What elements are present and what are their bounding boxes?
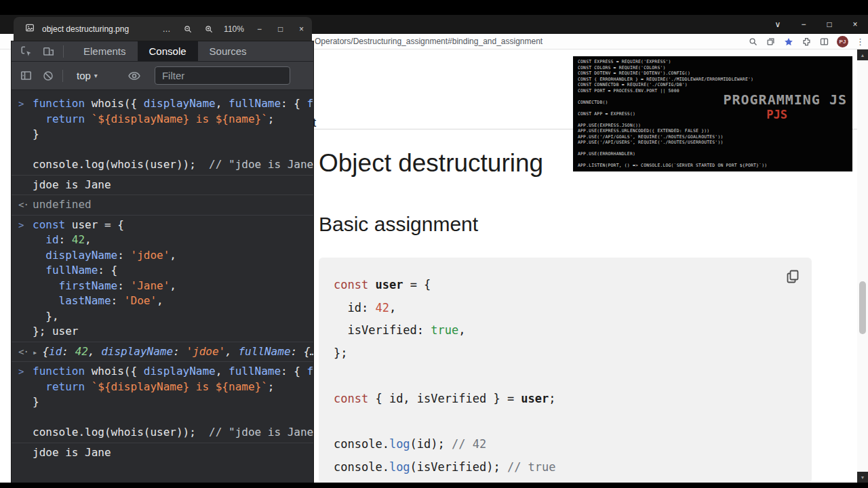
tab-elements[interactable]: Elements bbox=[72, 41, 138, 61]
favorite-star-icon[interactable] bbox=[783, 37, 794, 47]
token-fn: log bbox=[85, 426, 104, 439]
token-kw: const bbox=[33, 218, 65, 231]
thumbnail-code-line: app.use(errorHandler) bbox=[578, 151, 848, 157]
chevron-down-icon: ▾ bbox=[94, 72, 98, 79]
scrollbar-up-button[interactable]: ▲ bbox=[857, 49, 868, 60]
code-line bbox=[334, 411, 797, 434]
thumbnail-code-line: app.use('/api/goals', require('./routes/… bbox=[578, 134, 848, 140]
token-fn: log bbox=[389, 460, 410, 474]
console-line: id: 42, bbox=[33, 232, 313, 248]
token-var: fullName bbox=[238, 345, 290, 358]
console-line: console.log(whois(user)); // "jdoe is Ja… bbox=[33, 425, 313, 441]
extensions-icon[interactable] bbox=[802, 37, 812, 47]
thumbnail-code-line: const colors = require('colors') bbox=[578, 65, 848, 71]
scrollbar-track[interactable] bbox=[857, 49, 868, 483]
input-chevron-icon: > bbox=[12, 96, 33, 173]
token-var: lastName bbox=[59, 294, 111, 307]
token-d bbox=[33, 233, 45, 246]
token-d bbox=[33, 264, 45, 277]
zoom-in-icon[interactable] bbox=[198, 17, 219, 41]
profile-avatar[interactable]: PJ bbox=[837, 36, 848, 47]
token-var: id bbox=[49, 345, 62, 358]
token-d: }; user bbox=[33, 325, 78, 338]
console-message-lines: function whois({ displayName, fullName: … bbox=[33, 364, 313, 441]
split-screen-icon[interactable] bbox=[819, 37, 829, 47]
token-str: `${displayName} is ${name}` bbox=[92, 113, 268, 125]
minimize-button[interactable]: − bbox=[791, 15, 816, 34]
token-d: : { bbox=[281, 365, 307, 378]
token-d: { id, isVerified } = bbox=[368, 392, 521, 405]
tab-sources[interactable]: Sources bbox=[198, 41, 258, 61]
context-selector-dropdown[interactable]: top ▾ bbox=[77, 70, 98, 81]
maximize-button[interactable]: □ bbox=[816, 15, 842, 34]
copy-code-icon[interactable] bbox=[785, 268, 801, 285]
photos-window-titlebar[interactable]: object destructuring.png … 110% − □ × bbox=[14, 17, 312, 41]
collections-icon[interactable] bbox=[766, 37, 776, 47]
thumbnail-code-line: const connectDB = require('./config/db') bbox=[578, 82, 848, 88]
thumbnail-code-line: app.use(express.urlencoded({ extended: f… bbox=[578, 128, 848, 134]
token-d: , bbox=[225, 345, 238, 358]
token-d: ; bbox=[268, 113, 275, 125]
scrollbar-thumb[interactable] bbox=[859, 281, 866, 334]
console-line: lastName: 'Doe', bbox=[33, 293, 313, 309]
console-message-log: jdoe is Jane bbox=[12, 175, 313, 195]
console-message-lines: ▸ {id: 42, displayName: 'jdoe', fullName… bbox=[33, 344, 313, 360]
token-com: // "jdoe is Jane" bbox=[209, 426, 313, 439]
token-d: id: bbox=[334, 301, 375, 314]
code-line: console.log(isVerified); // true bbox=[334, 456, 797, 479]
tab-search-button[interactable]: ∨ bbox=[765, 15, 791, 34]
token-var: displayName bbox=[144, 365, 216, 378]
token-kw: const bbox=[334, 278, 368, 291]
code-line: const { id, isVerified } = user; bbox=[334, 388, 797, 411]
console-line bbox=[33, 410, 313, 426]
clear-console-icon[interactable] bbox=[42, 70, 54, 82]
token-num: 42 bbox=[375, 301, 389, 314]
console-line: jdoe is Jane bbox=[33, 445, 313, 461]
thumbnail-code-line bbox=[578, 117, 848, 123]
browser-menu-icon[interactable]: ⋮ bbox=[856, 37, 865, 46]
divider bbox=[62, 70, 63, 82]
token-d bbox=[368, 278, 375, 291]
thumbnail-code-line bbox=[578, 146, 848, 152]
token-com: // 42 bbox=[452, 437, 486, 451]
photos-more-button[interactable]: … bbox=[156, 17, 177, 41]
console-filter-input[interactable] bbox=[155, 66, 290, 85]
scrollbar-down-button[interactable]: ▼ bbox=[857, 472, 868, 483]
thumbnail-brand-text: PROGRAMMING JS bbox=[723, 92, 847, 108]
photos-restore-button[interactable]: □ bbox=[270, 17, 291, 41]
live-expression-eye-icon[interactable] bbox=[127, 69, 141, 83]
token-d: user = { bbox=[65, 218, 124, 231]
token-d: (id); bbox=[410, 437, 452, 451]
console-message-lines: jdoe is Jane bbox=[33, 178, 313, 193]
token-d: , bbox=[85, 233, 92, 246]
page-title: Object destructuring bbox=[319, 149, 543, 178]
address-bar-url[interactable]: Operators/Destructuring_assignment#bindi… bbox=[315, 34, 542, 49]
thumbnail-code-line: const app = express() bbox=[578, 111, 848, 117]
browser-window-controls: ∨ − □ × bbox=[765, 15, 868, 34]
console-sidebar-icon[interactable] bbox=[20, 69, 33, 82]
token-num: 42 bbox=[75, 345, 88, 358]
token-d: , bbox=[88, 345, 101, 358]
devtools-panel: ElementsConsoleSources top ▾ >function w… bbox=[12, 41, 313, 483]
token-kw: function bbox=[33, 97, 85, 110]
token-d: ; bbox=[268, 380, 275, 393]
token-d: : bbox=[59, 233, 72, 246]
photos-minimize-button[interactable]: − bbox=[249, 17, 270, 41]
token-d: jdoe is Jane bbox=[33, 178, 111, 191]
tab-console[interactable]: Console bbox=[138, 41, 198, 61]
token-var: fullName bbox=[229, 97, 281, 110]
photos-close-button[interactable]: × bbox=[291, 17, 312, 41]
device-toolbar-icon[interactable] bbox=[42, 45, 55, 58]
console-line: ▸ {id: 42, displayName: 'jdoe', fullName… bbox=[33, 344, 313, 360]
search-icon[interactable] bbox=[748, 37, 758, 47]
inspect-element-icon[interactable] bbox=[20, 45, 33, 58]
token-var: fullName bbox=[229, 365, 281, 378]
thumbnail-code-line: const express = require('express') bbox=[578, 59, 848, 65]
token-d: (whois(user)); bbox=[104, 158, 209, 171]
expand-triangle-icon[interactable]: ▸ bbox=[33, 348, 42, 357]
close-button[interactable]: × bbox=[842, 15, 868, 34]
zoom-out-icon[interactable] bbox=[177, 17, 198, 41]
console-line: } bbox=[33, 127, 313, 142]
code-line: console.log(id); // 42 bbox=[334, 433, 797, 456]
divider bbox=[63, 45, 64, 58]
